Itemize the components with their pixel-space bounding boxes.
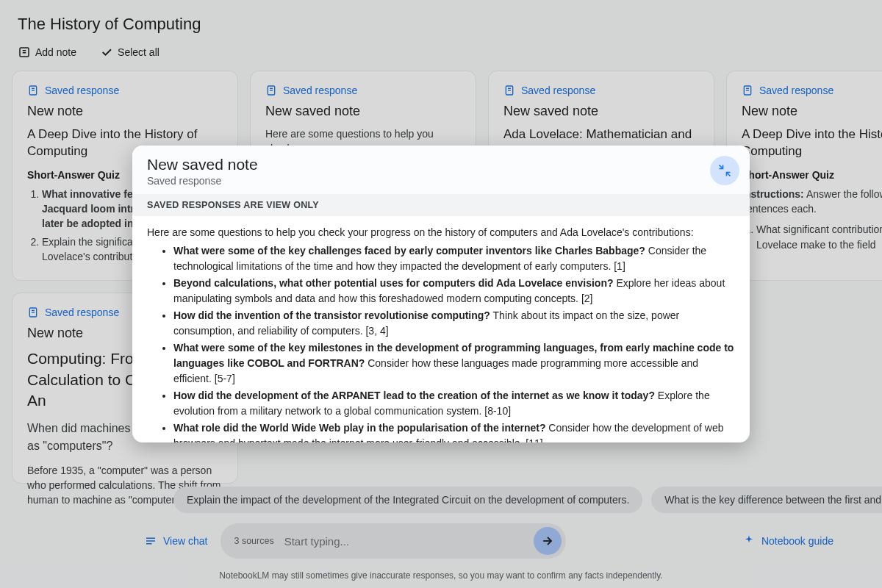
collapse-button[interactable]: [710, 156, 739, 185]
list-item: How did the invention of the transistor …: [173, 308, 735, 339]
modal-intro: Here are some questions to help you chec…: [147, 225, 735, 240]
modal-body[interactable]: Here are some questions to help you chec…: [132, 216, 750, 442]
modal-banner: SAVED RESPONSES ARE VIEW ONLY: [132, 194, 750, 216]
list-item: What role did the World Wide Web play in…: [173, 420, 735, 442]
modal-header: New saved note Saved response: [132, 146, 750, 194]
list-item: What were some of the key milestones in …: [173, 340, 735, 387]
list-item: Beyond calculations, what other potentia…: [173, 276, 735, 306]
modal-question-list: What were some of the key challenges fac…: [147, 243, 735, 442]
collapse-icon: [717, 163, 732, 178]
modal-type: Saved response: [147, 175, 735, 187]
modal-title: New saved note: [147, 156, 735, 173]
note-modal: New saved note Saved response SAVED RESP…: [132, 146, 750, 442]
list-item: How did the development of the ARPANET l…: [173, 388, 735, 419]
list-item: What were some of the key challenges fac…: [173, 243, 735, 274]
